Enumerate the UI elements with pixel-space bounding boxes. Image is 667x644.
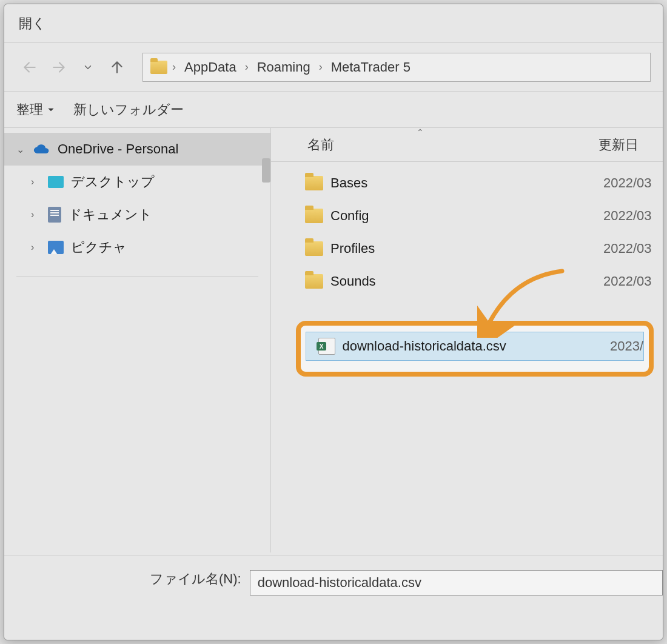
scrollbar[interactable] xyxy=(262,158,270,183)
tree-item-documents[interactable]: › ドキュメント xyxy=(4,198,270,231)
organize-button[interactable]: 整理 xyxy=(16,101,55,119)
chevron-right-icon: › xyxy=(31,176,41,187)
desktop-icon xyxy=(48,176,64,188)
folder-icon xyxy=(305,209,323,223)
file-date: 2022/03 xyxy=(603,241,652,257)
chevron-down-icon: ⌄ xyxy=(16,144,26,155)
file-row[interactable]: Profiles 2022/03 xyxy=(271,232,663,265)
up-button[interactable] xyxy=(104,54,130,81)
file-row[interactable]: Sounds 2022/03 xyxy=(271,265,663,298)
back-button[interactable] xyxy=(16,54,43,81)
column-header-date[interactable]: 更新日 xyxy=(598,136,639,154)
column-header-name[interactable]: ⌃ 名前 xyxy=(307,136,598,154)
file-row[interactable]: Bases 2022/03 xyxy=(271,167,663,200)
file-name: Config xyxy=(330,208,603,224)
chevron-right-icon: › xyxy=(319,61,323,73)
filename-label: ファイル名(N): xyxy=(150,570,241,588)
chevron-right-icon: › xyxy=(31,209,41,220)
organize-label: 整理 xyxy=(16,101,43,119)
file-date: 2022/03 xyxy=(603,175,652,191)
chevron-right-icon: › xyxy=(31,242,41,253)
folder-icon xyxy=(305,274,323,289)
chevron-right-icon: › xyxy=(245,61,249,73)
folder-icon xyxy=(305,241,323,256)
file-date: 2022/03 xyxy=(603,208,652,224)
arrow-right-icon xyxy=(51,59,67,75)
column-label: 名前 xyxy=(307,137,334,152)
window-title: 開く xyxy=(19,15,46,33)
file-row-selected[interactable]: download-historicaldata.csv 2023/ xyxy=(306,332,644,361)
tree-item-pictures[interactable]: › ピクチャ xyxy=(4,231,270,264)
tree-item-onedrive[interactable]: ⌄ OneDrive - Personal xyxy=(4,133,270,166)
toolbar: 整理 新しいフォルダー xyxy=(4,92,663,128)
folder-icon xyxy=(305,176,323,190)
file-open-dialog: 開く › AppData › Roaming › MetaTrader 5 整理 xyxy=(4,4,663,640)
tree-item-desktop[interactable]: › デスクトップ xyxy=(4,166,270,198)
new-folder-label: 新しいフォルダー xyxy=(73,101,184,119)
new-folder-button[interactable]: 新しいフォルダー xyxy=(73,101,184,119)
separator xyxy=(16,276,258,277)
picture-icon xyxy=(48,241,64,254)
title-bar: 開く xyxy=(4,4,663,43)
arrow-up-icon xyxy=(109,59,125,75)
address-bar[interactable]: › AppData › Roaming › MetaTrader 5 xyxy=(142,53,651,82)
nav-bar: › AppData › Roaming › MetaTrader 5 xyxy=(4,43,663,92)
folder-icon xyxy=(150,61,167,74)
document-icon xyxy=(48,207,61,223)
file-name: download-historicaldata.csv xyxy=(343,338,610,354)
breadcrumb-item[interactable]: Roaming xyxy=(253,57,314,78)
file-list: Bases 2022/03 Config 2022/03 Profiles 20… xyxy=(271,162,663,298)
file-name: Bases xyxy=(330,175,603,191)
file-row[interactable]: Config 2022/03 xyxy=(271,200,663,232)
file-date: 2022/03 xyxy=(603,273,652,289)
tree-item-label: OneDrive - Personal xyxy=(58,141,178,157)
tree-item-label: ピクチャ xyxy=(71,238,127,257)
chevron-right-icon: › xyxy=(172,61,176,73)
file-date: 2023/ xyxy=(610,338,643,354)
folder-tree: ⌄ OneDrive - Personal › デスクトップ › ドキュメント … xyxy=(4,128,271,552)
tree-item-label: ドキュメント xyxy=(69,206,152,224)
forward-button[interactable] xyxy=(45,54,72,81)
recent-dropdown[interactable] xyxy=(75,54,101,81)
chevron-down-icon xyxy=(47,106,55,114)
breadcrumb-item[interactable]: MetaTrader 5 xyxy=(327,57,414,78)
filename-input[interactable] xyxy=(250,570,663,595)
column-label: 更新日 xyxy=(598,137,639,152)
file-name: Sounds xyxy=(330,273,603,289)
arrow-left-icon xyxy=(22,59,38,75)
excel-icon xyxy=(318,338,335,355)
breadcrumb-item[interactable]: AppData xyxy=(181,57,240,78)
onedrive-icon xyxy=(33,144,50,155)
file-name: Profiles xyxy=(330,241,603,257)
column-headers: ⌃ 名前 更新日 xyxy=(271,128,663,162)
chevron-down-icon xyxy=(82,62,93,73)
sort-indicator-icon: ⌃ xyxy=(417,127,424,137)
tree-item-label: デスクトップ xyxy=(71,173,155,191)
bottom-bar: ファイル名(N): xyxy=(4,555,663,640)
